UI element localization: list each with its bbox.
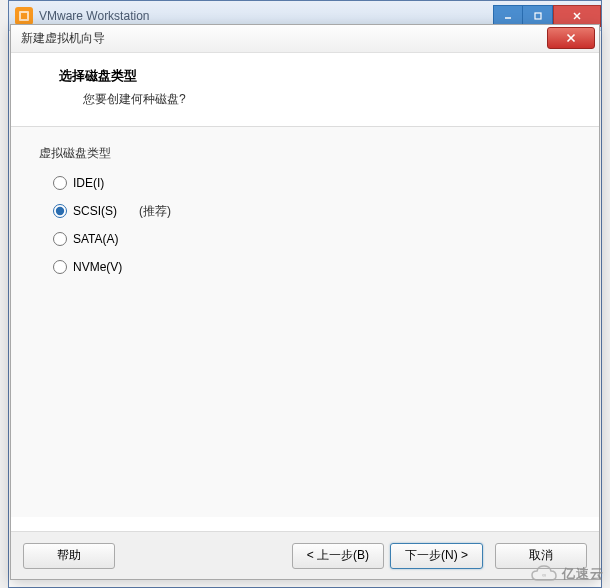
wizard-title: 新建虚拟机向导 (21, 30, 105, 47)
main-title: VMware Workstation (39, 9, 149, 23)
wizard-subtext: 您要创建何种磁盘? (59, 91, 579, 108)
cloud-icon: ∞ (530, 564, 558, 584)
radio-scsi-input[interactable] (53, 204, 67, 218)
wizard-titlebar: 新建虚拟机向导 (11, 25, 599, 53)
wizard-dialog: 新建虚拟机向导 选择磁盘类型 您要创建何种磁盘? 虚拟磁盘类型 IDE(I) S… (10, 24, 600, 580)
wizard-body: 虚拟磁盘类型 IDE(I) SCSI(S) (推荐) SATA(A) NVMe(… (11, 127, 599, 517)
help-button[interactable]: 帮助 (23, 543, 115, 569)
radio-sata[interactable]: SATA(A) (53, 228, 571, 250)
wizard-heading: 选择磁盘类型 (59, 67, 579, 85)
radio-nvme-label: NVMe(V) (73, 260, 122, 274)
wizard-footer: 帮助 < 上一步(B) 下一步(N) > 取消 (11, 531, 599, 579)
radio-ide[interactable]: IDE(I) (53, 172, 571, 194)
svg-rect-3 (535, 13, 541, 19)
disk-type-group-label: 虚拟磁盘类型 (39, 145, 571, 162)
radio-nvme[interactable]: NVMe(V) (53, 256, 571, 278)
wizard-close-button[interactable] (547, 27, 595, 49)
radio-ide-label: IDE(I) (73, 176, 104, 190)
watermark-text: 亿速云 (562, 565, 604, 583)
vmware-icon (15, 7, 33, 25)
back-button[interactable]: < 上一步(B) (292, 543, 384, 569)
svg-text:∞: ∞ (542, 572, 546, 578)
radio-sata-input[interactable] (53, 232, 67, 246)
svg-rect-1 (21, 13, 27, 19)
watermark: ∞ 亿速云 (530, 564, 604, 584)
next-button[interactable]: 下一步(N) > (390, 543, 483, 569)
wizard-header: 选择磁盘类型 您要创建何种磁盘? (11, 53, 599, 127)
radio-nvme-input[interactable] (53, 260, 67, 274)
recommended-label: (推荐) (139, 203, 171, 220)
radio-scsi[interactable]: SCSI(S) (推荐) (53, 200, 571, 222)
radio-scsi-label: SCSI(S) (73, 204, 117, 218)
radio-ide-input[interactable] (53, 176, 67, 190)
radio-sata-label: SATA(A) (73, 232, 119, 246)
